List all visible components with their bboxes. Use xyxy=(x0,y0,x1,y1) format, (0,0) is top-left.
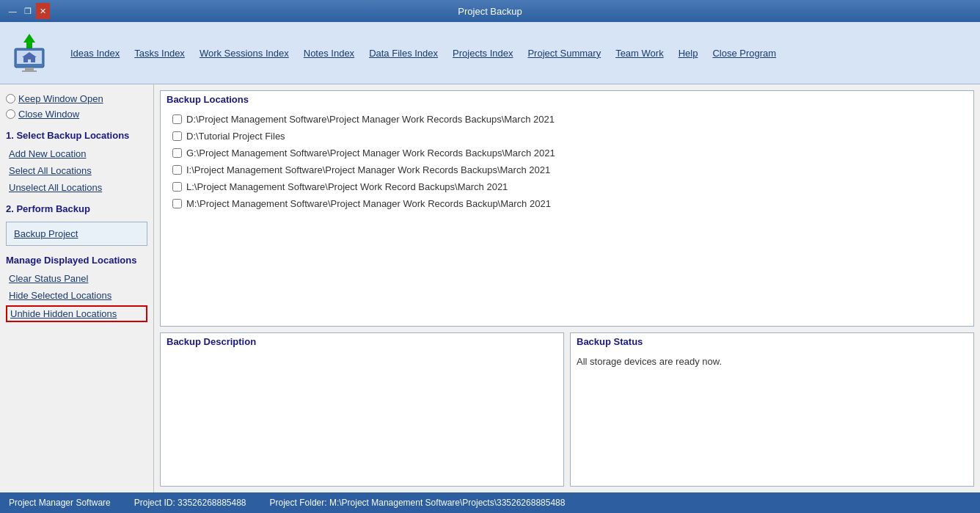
project-id-label: Project ID: 33526268885488 xyxy=(134,498,246,508)
menu-data-files-index[interactable]: Data Files Index xyxy=(363,45,444,62)
backup-description-title: Backup Description xyxy=(161,333,563,350)
hide-selected-link[interactable]: Hide Selected Locations xyxy=(6,288,147,302)
location-item-5: M:\Project Management Software\Project M… xyxy=(167,195,968,212)
keep-window-radio[interactable] xyxy=(6,94,15,103)
location-item-1: D:\Tutorial Project Files xyxy=(167,128,968,145)
add-new-location-link[interactable]: Add New Location xyxy=(6,147,147,161)
location-checkbox-4[interactable] xyxy=(172,182,182,192)
location-checkbox-2[interactable] xyxy=(172,148,182,158)
location-item-4: L:\Project Management Software\Project W… xyxy=(167,178,968,195)
bottom-panels: Backup Description Backup Status All sto… xyxy=(160,332,974,487)
location-path-3: I:\Project Management Software\Project M… xyxy=(186,164,550,175)
sidebar: Keep Window Open Close Window 1. Select … xyxy=(0,84,154,492)
close-window-label: Close Window xyxy=(18,109,79,120)
location-path-4: L:\Project Management Software\Project W… xyxy=(186,181,508,192)
menu-items: Ideas Index Tasks Index Work Sessions In… xyxy=(65,45,782,62)
location-item-0: D:\Project Management Software\Project M… xyxy=(167,111,968,128)
window-title: Project Backup xyxy=(50,6,930,17)
location-item-3: I:\Project Management Software\Project M… xyxy=(167,161,968,178)
location-checkbox-5[interactable] xyxy=(172,199,182,208)
location-item-2: G:\Project Management Software\Project M… xyxy=(167,145,968,161)
unselect-all-locations-link[interactable]: Unselect All Locations xyxy=(6,181,147,194)
minimize-button[interactable]: — xyxy=(6,3,20,19)
section2-title: 2. Perform Backup xyxy=(6,203,147,214)
project-folder-label: Project Folder: M:\Project Management So… xyxy=(270,498,566,508)
location-path-2: G:\Project Management Software\Project M… xyxy=(186,148,555,159)
backup-description-panel: Backup Description xyxy=(160,332,564,487)
app-logo xyxy=(6,29,53,76)
backup-status-title: Backup Status xyxy=(571,333,973,350)
close-window-button[interactable]: ✕ xyxy=(36,3,50,19)
backup-status-text: All storage devices are ready now. xyxy=(571,350,973,373)
keep-window-label: Keep Window Open xyxy=(18,93,103,104)
section1-title: 1. Select Backup Locations xyxy=(6,130,147,141)
location-checkbox-1[interactable] xyxy=(172,131,182,141)
backup-locations-list: D:\Project Management Software\Project M… xyxy=(161,108,973,215)
section3-title: Manage Displayed Locations xyxy=(6,255,147,266)
location-checkbox-0[interactable] xyxy=(172,114,182,124)
menu-projects-index[interactable]: Projects Index xyxy=(447,45,519,62)
status-bar: Project Manager Software Project ID: 335… xyxy=(0,492,980,513)
main-content: Keep Window Open Close Window 1. Select … xyxy=(0,84,980,492)
menu-bar: Ideas Index Tasks Index Work Sessions In… xyxy=(0,22,980,84)
backup-locations-title: Backup Locations xyxy=(161,91,973,108)
keep-window-open-option[interactable]: Keep Window Open xyxy=(6,93,147,104)
location-checkbox-3[interactable] xyxy=(172,165,182,175)
menu-project-summary[interactable]: Project Summary xyxy=(522,45,607,62)
content-area: Backup Locations D:\Project Management S… xyxy=(154,84,980,492)
svg-rect-3 xyxy=(25,68,34,70)
backup-status-panel: Backup Status All storage devices are re… xyxy=(570,332,974,487)
menu-close-program[interactable]: Close Program xyxy=(706,45,782,62)
menu-ideas-index[interactable]: Ideas Index xyxy=(65,45,125,62)
close-window-option[interactable]: Close Window xyxy=(6,109,147,120)
menu-help[interactable]: Help xyxy=(673,45,704,62)
location-path-0: D:\Project Management Software\Project M… xyxy=(186,114,555,125)
title-bar: — ❐ ✕ Project Backup xyxy=(0,0,980,22)
menu-notes-index[interactable]: Notes Index xyxy=(298,45,360,62)
clear-status-link[interactable]: Clear Status Panel xyxy=(6,272,147,285)
backup-project-link[interactable]: Backup Project xyxy=(11,227,142,241)
menu-tasks-index[interactable]: Tasks Index xyxy=(128,45,191,62)
location-path-1: D:\Tutorial Project Files xyxy=(186,131,285,142)
software-label: Project Manager Software xyxy=(9,498,111,508)
svg-rect-4 xyxy=(22,70,37,72)
svg-marker-0 xyxy=(23,34,35,48)
backup-project-box: Backup Project xyxy=(6,222,147,246)
menu-work-sessions-index[interactable]: Work Sessions Index xyxy=(194,45,295,62)
close-window-radio[interactable] xyxy=(6,109,15,119)
select-all-locations-link[interactable]: Select All Locations xyxy=(6,164,147,178)
backup-locations-panel: Backup Locations D:\Project Management S… xyxy=(160,90,974,327)
unhide-hidden-link[interactable]: Unhide Hidden Locations xyxy=(6,305,147,322)
restore-button[interactable]: ❐ xyxy=(21,3,35,19)
location-path-5: M:\Project Management Software\Project M… xyxy=(186,198,551,209)
menu-team-work[interactable]: Team Work xyxy=(610,45,670,62)
